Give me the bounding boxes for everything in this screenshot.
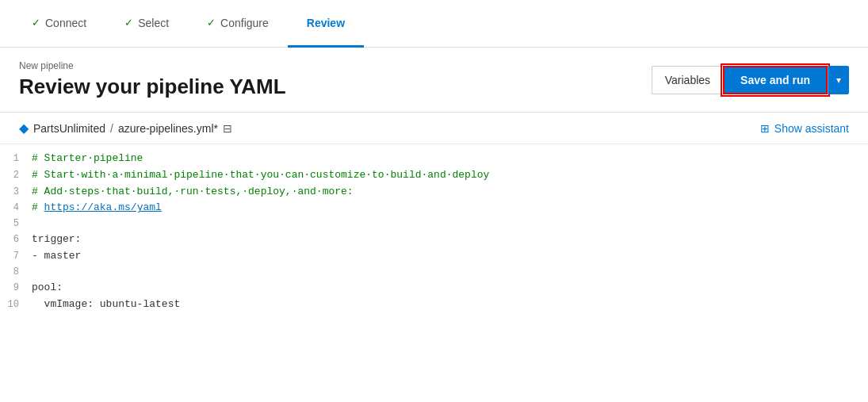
page-title: Review your pipeline YAML [19,75,286,99]
check-icon-configure: ✓ [207,17,216,29]
line-content-2: # Start·with·a·minimal·pipeline·that·you… [32,167,868,184]
modified-marker: * [214,122,218,135]
tabs-bar: ✓ Connect ✓ Select ✓ Configure Review [0,0,868,48]
line-content-7: - master [32,248,868,265]
line-number-1: 1 [0,151,32,167]
tab-review[interactable]: Review [288,0,364,48]
line-number-10: 10 [0,297,32,312]
line-number-7: 7 [0,249,32,264]
save-run-dropdown-button[interactable]: ▾ [828,66,849,94]
code-line-4: 4 # https://aka.ms/yaml [0,200,868,216]
yaml-link[interactable]: https://aka.ms/yaml [44,201,162,213]
tab-select[interactable]: ✓ Select [105,0,188,48]
code-line-8: 8 [0,265,868,280]
code-line-6: 6 trigger: [0,232,868,248]
header-left: New pipeline Review your pipeline YAML [19,60,286,99]
line-number-4: 4 [0,201,32,216]
tab-select-label: Select [138,17,169,29]
code-line-9: 9 pool: [0,280,868,297]
repo-icon: ◆ [19,121,29,136]
line-content-10: vmImage: ubuntu-latest [32,297,868,313]
code-editor: 1 # Starter·pipeline 2 # Start·with·a·mi… [0,144,868,320]
filename: azure-pipelines.yml* [118,122,218,135]
line-number-5: 5 [0,216,32,232]
page-header: New pipeline Review your pipeline YAML V… [0,48,868,113]
line-number-6: 6 [0,232,32,247]
tab-connect-label: Connect [45,17,86,29]
filename-text: azure-pipelines.yml [118,122,214,135]
line-content-3: # Add·steps·that·build,·run·tests,·deplo… [32,184,868,201]
check-icon-connect: ✓ [32,17,40,29]
editor-toolbar: ◆ PartsUnlimited / azure-pipelines.yml* … [0,113,868,144]
repo-name: PartsUnlimited [33,122,105,135]
line-number-2: 2 [0,168,32,183]
line-number-3: 3 [0,185,32,200]
code-line-2: 2 # Start·with·a·minimal·pipeline·that·y… [0,167,868,184]
line-content-6: trigger: [32,232,868,248]
editor-path: ◆ PartsUnlimited / azure-pipelines.yml* … [19,121,232,136]
line-content-1: # Starter·pipeline [32,151,868,167]
tab-configure-label: Configure [220,17,269,29]
code-line-5: 5 [0,216,868,232]
clone-icon[interactable]: ⊟ [223,122,232,135]
check-icon-select: ✓ [124,17,133,29]
code-line-1: 1 # Starter·pipeline [0,151,868,167]
variables-button[interactable]: Variables [652,66,723,94]
tab-connect[interactable]: ✓ Connect [13,0,105,48]
chevron-down-icon: ▾ [836,75,841,86]
path-separator: / [110,122,113,135]
assistant-icon: ⊞ [760,122,770,135]
line-number-9: 9 [0,281,32,296]
show-assistant-button[interactable]: ⊞ Show assistant [760,122,849,135]
line-content-9: pool: [32,280,868,297]
line-number-8: 8 [0,265,32,280]
tab-configure[interactable]: ✓ Configure [188,0,288,48]
breadcrumb: New pipeline [19,60,286,71]
code-line-3: 3 # Add·steps·that·build,·run·tests,·dep… [0,184,868,201]
code-line-7: 7 - master [0,248,868,265]
save-and-run-button[interactable]: Save and run [723,66,828,94]
tab-review-label: Review [307,17,345,29]
header-right: Variables Save and run ▾ [652,66,849,94]
line-content-4: # https://aka.ms/yaml [32,200,868,216]
show-assistant-label: Show assistant [774,122,849,135]
code-line-10: 10 vmImage: ubuntu-latest [0,297,868,313]
